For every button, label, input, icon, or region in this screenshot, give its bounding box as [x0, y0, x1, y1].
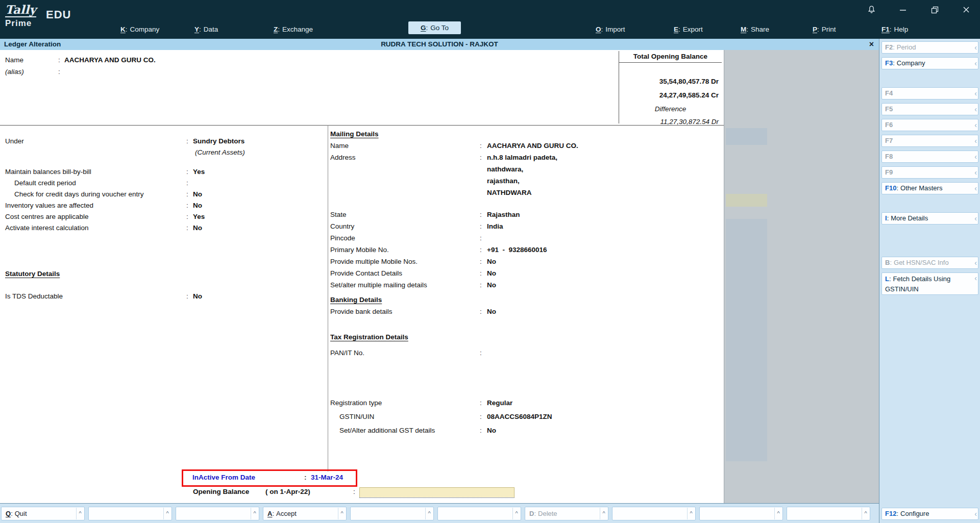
field-value-nathdwara[interactable]: nathdwara, — [487, 165, 523, 173]
opening-balance-label: Opening Balance — [193, 488, 249, 495]
colon-separator: : — [186, 224, 188, 232]
top-menu-bar: Tally Prime EDU K:Company Y:Data Z:Excha… — [0, 0, 980, 39]
field-value-nathdwara[interactable]: NATHDWARA — [487, 189, 532, 196]
expand-caret-icon: ^ — [338, 508, 346, 519]
expand-caret-icon: ^ — [76, 508, 84, 519]
field-row-registration-type: Registration type:Regular — [330, 399, 724, 411]
field-value-check-for-credit-days-during-voucher-entry[interactable]: No — [193, 190, 202, 198]
field-value-rajasthan[interactable]: rajasthan, — [487, 177, 520, 185]
button-label: More Details — [891, 214, 928, 222]
sidebar-button-other-masters[interactable]: F10:Other Masters‹ — [881, 182, 978, 194]
field-value-under[interactable]: Sundry Debtors — [193, 137, 244, 145]
menu-import[interactable]: O:Import — [596, 26, 625, 33]
menu-label: Exchange — [282, 26, 313, 33]
field-value-maintain-balances-bill-by-bill[interactable]: Yes — [193, 168, 205, 176]
colon-separator: : — [426, 24, 428, 32]
field-value-provide-bank-details[interactable]: No — [487, 308, 496, 315]
colon-separator: : — [890, 26, 892, 33]
field-row-pincode: Pincode: — [330, 234, 724, 246]
shortcut-key: M — [741, 26, 746, 33]
colon-separator: : — [304, 474, 307, 481]
expand-caret-icon: ^ — [687, 508, 695, 519]
shortcut-key: Q — [6, 510, 11, 517]
field-value-country[interactable]: India — [487, 222, 503, 230]
colon-separator: : — [480, 234, 482, 242]
colon-separator: : — [186, 137, 188, 145]
menu-export[interactable]: E:Export — [674, 26, 703, 33]
configure-button[interactable]: F12:Configure ‹ — [881, 508, 978, 520]
logo-tally-text: Tally — [5, 4, 36, 17]
menu-go-to[interactable]: G:Go To — [408, 21, 461, 34]
field-value-set-alter-multiple-mailing-details[interactable]: No — [487, 281, 496, 289]
button-label: Delete — [538, 510, 557, 517]
sidebar-button-fetch-details-using-gstin-uin[interactable]: L:Fetch Details Using GSTIN/UIN‹ — [881, 272, 978, 295]
menu-help[interactable]: F1:Help — [881, 26, 908, 33]
field-value-primary-mobile-no[interactable]: +91 - 9328660016 — [487, 246, 547, 254]
field-label-provide-multiple-mobile-nos: Provide multiple Mobile Nos. — [330, 258, 418, 265]
field-value-provide-multiple-mobile-nos[interactable]: No — [487, 258, 496, 265]
sidebar-button-more-details[interactable]: I:More Details‹ — [881, 212, 978, 225]
menu-label: Export — [683, 26, 703, 33]
menu-company[interactable]: K:Company — [120, 26, 159, 33]
field-row-pan-it-no: PAN/IT No.: — [330, 349, 724, 361]
field-value-provide-contact-details[interactable]: No — [487, 269, 496, 277]
field-value-name[interactable]: AACHARYA AND GURU CO. — [487, 142, 578, 150]
total-opening-balance-title: Total Opening Balance — [619, 51, 722, 63]
mailing-details-column: Mailing DetailsName:AACHARYA AND GURU CO… — [330, 125, 724, 438]
field-label-name: Name — [330, 142, 349, 150]
field-value-registration-type[interactable]: Regular — [487, 399, 512, 407]
field-value-inventory-values-are-affected[interactable]: No — [193, 202, 202, 209]
field-value-set-alter-additional-gst-details[interactable]: No — [487, 427, 496, 434]
field-label-under: Under — [5, 137, 24, 145]
field-row-default-credit-period: Default credit period: — [5, 179, 327, 190]
field-value-current-assets[interactable]: (Current Assets) — [195, 148, 245, 156]
expand-chevron-icon: ‹ — [974, 508, 977, 519]
background-artifact — [726, 194, 767, 207]
field-label-default-credit-period: Default credit period — [5, 179, 76, 187]
field-value-cost-centres-are-applicable[interactable]: Yes — [193, 213, 205, 220]
shortcut-key: Z — [274, 26, 278, 33]
menu-print[interactable]: P:Print — [813, 26, 836, 33]
field-row-under: Under:Sundry Debtors — [5, 137, 327, 148]
colon-separator: : — [278, 26, 280, 33]
minimize-button[interactable] — [898, 5, 908, 15]
ledger-name-value[interactable]: AACHARYA AND GURU CO. — [64, 56, 156, 64]
opening-balance-credit-total: 24,27,49,585.24 Cr — [659, 91, 719, 99]
field-row-state: State:Rajasthan — [330, 211, 724, 222]
bottombar-button-accept[interactable]: A:Accept^ — [263, 507, 347, 520]
bottombar-button-quit[interactable]: Q:Quit^ — [1, 507, 85, 520]
right-button-panel: F2:Period‹F3:Company‹F4‹F5‹F6‹F7‹F8‹F9‹F… — [879, 39, 980, 523]
field-row-is-tds-deductable: Is TDS Deductable:No — [5, 292, 327, 304]
tally-prime-logo: Tally Prime — [5, 4, 36, 28]
colon-separator: : — [887, 214, 889, 222]
field-value-activate-interest-calculation[interactable]: No — [193, 224, 202, 232]
menu-data[interactable]: Y:Data — [194, 26, 218, 33]
menu-share[interactable]: M:Share — [741, 26, 769, 33]
field-value-address[interactable]: n.h.8 lalmadri padeta, — [487, 154, 557, 161]
sidebar-button-company[interactable]: F3:Company‹ — [881, 57, 978, 69]
close-screen-button[interactable]: × — [869, 39, 874, 50]
shortcut-key: F12 — [885, 510, 896, 517]
shortcut-key: Y — [194, 26, 199, 33]
expand-caret-icon: ^ — [251, 508, 258, 519]
field-row-provide-bank-details: Provide bank details:No — [330, 308, 724, 319]
field-row-name: Name:AACHARYA AND GURU CO. — [330, 142, 724, 154]
field-label-set-alter-additional-gst-details: Set/Alter additional GST details — [330, 427, 435, 434]
field-value-gstin-uin[interactable]: 08AACCS6084P1ZN — [487, 413, 552, 420]
field-row-primary-mobile-no: Primary Mobile No.:+91 - 9328660016 — [330, 246, 724, 258]
section-heading-mailing-details: Mailing Details — [330, 130, 724, 142]
maximize-restore-button[interactable] — [930, 5, 939, 15]
colon-separator: : — [480, 258, 482, 265]
opening-balance-input[interactable] — [359, 487, 514, 498]
notifications-bell-icon[interactable] — [867, 5, 876, 15]
close-window-button[interactable] — [962, 5, 971, 15]
field-value-is-tds-deductable[interactable]: No — [193, 292, 202, 300]
menu-exchange[interactable]: Z:Exchange — [274, 26, 313, 33]
field-label-cost-centres-are-applicable: Cost centres are applicable — [5, 213, 89, 220]
inactive-from-date-value[interactable]: 31-Mar-24 — [311, 474, 343, 481]
shortcut-key: F6 — [885, 121, 893, 129]
menu-label: Help — [894, 26, 909, 33]
field-value-state[interactable]: Rajasthan — [487, 211, 520, 218]
expand-chevron-icon: ‹ — [974, 213, 977, 224]
colon-separator: : — [480, 427, 482, 434]
